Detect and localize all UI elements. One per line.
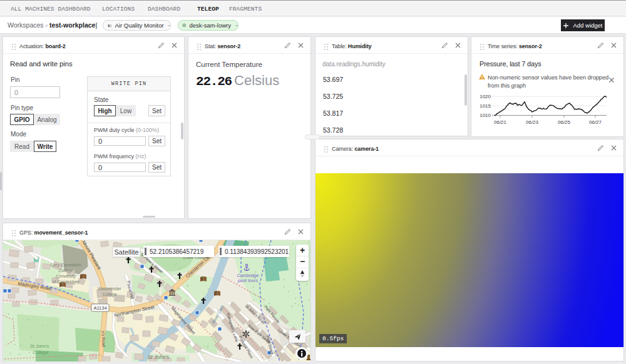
svg-text:1010: 1010: [480, 113, 491, 118]
svg-text:1020: 1020: [480, 94, 491, 99]
svg-text:St John's: St John's: [30, 343, 49, 349]
svg-text:06/21: 06/21: [494, 119, 507, 125]
svg-text:Lucy Cavendish: Lucy Cavendish: [51, 263, 81, 268]
svg-text:punt tours: punt tours: [237, 278, 258, 283]
svg-text:A1134: A1134: [93, 305, 106, 311]
svg-text:St John's: St John's: [148, 354, 170, 360]
svg-text:06/25: 06/25: [558, 119, 571, 125]
svg-text:College: College: [58, 268, 73, 273]
svg-text:06/27: 06/27: [589, 119, 602, 125]
svg-text:n's Road: n's Road: [101, 331, 106, 347]
svg-text:College: College: [102, 292, 116, 297]
svg-text:Westminster: Westminster: [98, 286, 121, 291]
svg-text:College: College: [33, 350, 48, 355]
svg-text:1015: 1015: [480, 103, 491, 109]
svg-text:06/23: 06/23: [526, 119, 539, 125]
svg-text:(University: (University: [56, 274, 76, 279]
svg-text:of Cambridge): of Cambridge): [52, 280, 79, 285]
